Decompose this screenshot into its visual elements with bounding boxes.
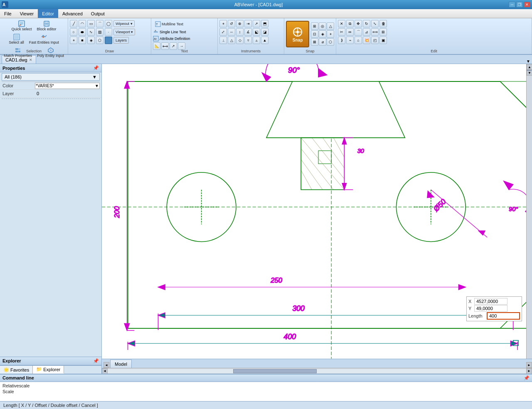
wipeout-label: Wipeout ▾ [116, 22, 133, 26]
instrument-b[interactable]: ↺ [228, 20, 235, 27]
snap-tool-2[interactable]: ◎ [319, 22, 326, 30]
tab-scroll-left[interactable]: ◄ [103, 362, 109, 368]
instrument-l[interactable]: ◪ [261, 28, 268, 36]
instrument-j[interactable]: ∡ [244, 28, 252, 36]
scroll-left-button[interactable]: ◄ [102, 368, 108, 374]
draw-tool-b[interactable]: ■ [79, 37, 86, 44]
draw-rect-button[interactable]: ▭ [87, 20, 95, 27]
menu-file[interactable]: File [0, 9, 16, 18]
tab-scroll-icon[interactable]: ▼ [526, 59, 530, 64]
instrument-e[interactable]: ↗ [253, 20, 260, 27]
draw-tool-a[interactable]: ⌖ [70, 37, 77, 44]
instrument-n[interactable]: △ [228, 37, 235, 44]
tab-scroll-right[interactable]: ► [526, 362, 532, 368]
draw-tool-d[interactable]: ⬡ [96, 37, 103, 44]
instrument-r[interactable]: ▲ [261, 37, 268, 44]
edit-fillet-button[interactable]: ⌒ [355, 28, 362, 36]
edit-explode-button[interactable]: 💥 [363, 37, 370, 44]
menu-output[interactable]: Output [87, 9, 109, 18]
instrument-o[interactable]: ◇ [236, 37, 244, 44]
snap-tool-4[interactable]: ⊡ [311, 30, 318, 38]
instrument-k[interactable]: ⬕ [253, 28, 260, 36]
edit-break-button[interactable]: ⌁ [346, 37, 354, 44]
edit-array-button[interactable]: ⊞ [379, 28, 387, 36]
instrument-a[interactable]: ⌖ [219, 20, 227, 27]
snap-button[interactable]: Snap [286, 21, 309, 47]
snap-tool-6[interactable]: ⌖ [327, 30, 334, 38]
scroll-up-button[interactable]: ▲ [527, 64, 532, 70]
snap-tool-3[interactable]: △ [327, 22, 334, 30]
edit-extend-button[interactable]: ⇔ [346, 28, 354, 36]
snap-tool-7[interactable]: ⊠ [311, 38, 318, 46]
edit-scale-button[interactable]: ⤡ [371, 20, 379, 27]
instrument-g[interactable]: ⤢ [219, 28, 227, 36]
edit-copy-button[interactable]: ⧉ [346, 20, 354, 27]
select-all-button[interactable]: Select all [7, 32, 26, 46]
model-tab[interactable]: Model [110, 360, 132, 368]
viewport-button[interactable]: Viewport ▾ [113, 29, 135, 35]
edit-offset-button[interactable]: ⟫ [338, 37, 345, 44]
minimize-button[interactable]: ─ [509, 2, 515, 7]
edit-rotate-button[interactable]: ↻ [363, 20, 370, 27]
instrument-h[interactable]: ↔ [228, 28, 235, 36]
vertical-scrollbar[interactable]: ▲ ▼ [526, 64, 532, 359]
menu-editor[interactable]: Editor [38, 9, 58, 18]
tab-favorites[interactable]: 🌟 Favorites [0, 366, 33, 374]
edit-tool-x[interactable]: ✕ [338, 20, 345, 27]
edit-join-button[interactable]: ⌂ [355, 37, 362, 44]
pin-icon[interactable]: 📌 [93, 65, 99, 71]
tab-strip: CAD1.dwg ✕ ▼ [0, 55, 532, 64]
block-editor-button[interactable]: Block editor [35, 19, 59, 32]
snap-tool-9[interactable]: ⬡ [327, 38, 334, 46]
edit-prop-button[interactable]: ◰ [371, 37, 379, 44]
instrument-m[interactable]: ⟂ [219, 37, 227, 44]
draw-circle-button[interactable]: ◯ [105, 20, 112, 27]
draw-point-button[interactable]: · [105, 28, 112, 36]
scroll-right-button[interactable]: ► [526, 368, 532, 374]
draw-spline-button[interactable]: ∿ [87, 28, 95, 36]
scroll-thumb[interactable] [527, 70, 532, 71]
tab-explorer[interactable]: 📁 Explorer [33, 366, 64, 374]
draw-line-button[interactable]: ╱ [70, 20, 77, 27]
instrument-c[interactable]: ⊕ [236, 20, 244, 27]
edit-delete-button[interactable]: 🗑 [379, 20, 387, 27]
menu-advanced[interactable]: Advanced [58, 9, 87, 18]
x-coord-row: X 4527,0000 [468, 298, 520, 305]
draw-ellipse-button[interactable]: ⬬ [79, 28, 86, 36]
close-button[interactable]: ✕ [524, 2, 530, 7]
draw-hatch-button[interactable]: ▨ [96, 28, 103, 36]
wipeout-button[interactable]: Wipeout ▾ [113, 20, 135, 27]
length-input[interactable] [487, 312, 520, 320]
color-select[interactable]: *VARIES* ▼ [35, 83, 100, 89]
snap-tool-5[interactable]: ◈ [319, 30, 326, 38]
draw-polyline-button[interactable]: ⌒ [96, 20, 103, 27]
fast-entities-button[interactable]: Fast Entities Input [27, 32, 61, 46]
instrument-p[interactable]: ▿ [244, 37, 252, 44]
restore-button[interactable]: ❐ [516, 2, 523, 7]
instrument-d[interactable]: ⇥ [244, 20, 252, 27]
menu-viewer[interactable]: Viewer [16, 9, 38, 18]
edit-move-button[interactable]: ✥ [355, 20, 362, 27]
snap-tool-1[interactable]: ⊞ [311, 22, 318, 30]
cmd-pin-icon[interactable]: 📌 [524, 375, 530, 381]
instrument-f[interactable]: ⬒ [261, 20, 268, 27]
edit-group-button[interactable]: ▣ [379, 37, 387, 44]
properties-filter[interactable]: All (186) ▼ [2, 73, 100, 81]
instrument-i[interactable]: ↕ [236, 28, 244, 36]
edit-chamfer-button[interactable]: ⊿ [363, 28, 370, 36]
canvas-area[interactable]: 90° 30 [102, 64, 526, 359]
scroll-down-button[interactable]: ▼ [527, 70, 532, 76]
draw-tool-c[interactable]: ◈ [87, 37, 95, 44]
draw-circle2-button[interactable]: ○ [70, 28, 77, 36]
explorer-pin-icon[interactable]: 📌 [93, 358, 99, 364]
edit-mirror-button[interactable]: ⟺ [371, 28, 379, 36]
scroll-thumb[interactable] [233, 369, 317, 373]
layers-button[interactable]: Layers [113, 37, 129, 44]
draw-arc-button[interactable]: ◠ [79, 20, 86, 27]
edit-trim-button[interactable]: ✂ [338, 28, 345, 36]
multiline-text-button[interactable]: T 90° Multiline Text [153, 20, 185, 28]
horizontal-scrollbar[interactable]: ◄ ► [102, 368, 532, 374]
quick-select-button[interactable]: Quick select [10, 19, 34, 32]
snap-tool-8[interactable]: ⌀ [319, 38, 326, 46]
instrument-q[interactable]: ▵ [253, 37, 260, 44]
